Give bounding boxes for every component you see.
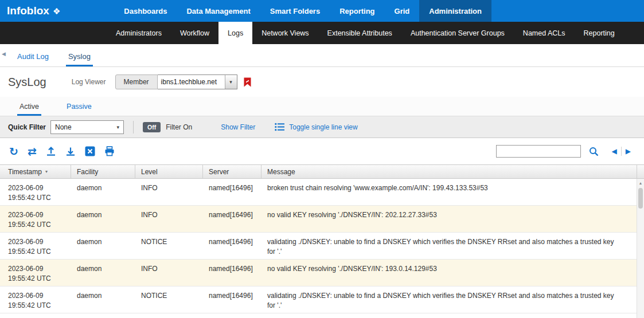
member-dropdown-value: ibns1.techblue.net [158,75,225,89]
print-icon[interactable] [104,146,115,156]
refresh-icon[interactable]: ↻ [9,146,18,157]
member-selector-group: Member ibns1.techblue.net ▾ [115,74,252,89]
cell-timestamp: 2023-06-09 19:55:42 UTC [0,179,71,205]
divider [133,121,134,134]
toggle-single-line-view-link[interactable]: Toggle single line view [275,123,357,131]
top-nav-smart-folders[interactable]: Smart Folders [260,0,330,22]
top-nav-reporting[interactable]: Reporting [330,0,384,22]
table-row[interactable]: 2023-06-09 19:55:42 UTC daemon NOTICE na… [0,286,644,313]
quick-filter-value: None [55,123,72,131]
next-page-icon[interactable]: ▶ [622,147,635,155]
previous-page-icon[interactable]: ◀ [608,147,621,155]
scrollbar-corner [637,165,644,178]
search-icon[interactable] [589,147,599,156]
column-header-message[interactable]: Message [261,165,637,178]
table-row[interactable]: 2023-06-09 19:55:42 UTC daemon INFO name… [0,179,644,206]
admin-sub-nav: Administrators Workflow Logs Network Vie… [0,22,644,44]
filter-on-toggle[interactable]: Off [143,122,161,132]
show-filter-link[interactable]: Show Filter [221,123,255,131]
cell-server: named[16496] [203,260,261,286]
sort-desc-icon: ▾ [45,169,48,174]
infoblox-logo[interactable]: Infoblox ❖ [0,0,67,22]
column-header-level[interactable]: Level [135,165,203,178]
cell-message: validating ./DNSKEY: unable to find a DN… [261,233,644,259]
cell-level: NOTICE [135,233,203,259]
pager: ◀ ▶ [608,147,635,156]
column-header-facility[interactable]: Facility [71,165,135,178]
page-header: SysLog Log Viewer Member ibns1.techblue.… [0,67,644,97]
top-nav-grid[interactable]: Grid [385,0,420,22]
top-nav-data-management[interactable]: Data Management [177,0,260,22]
table-row[interactable]: 2023-06-09 19:55:42 UTC daemon NOTICE na… [0,233,644,260]
clear-close-icon[interactable] [85,146,95,156]
bookmark-icon[interactable] [243,77,252,87]
grid-body: 2023-06-09 19:55:42 UTC daemon INFO name… [0,179,644,318]
scroll-up-icon[interactable]: ▲ [637,179,644,187]
column-header-timestamp[interactable]: Timestamp ▾ [0,165,71,178]
toolbar-right-group: ◀ ▶ [496,145,635,158]
sub-nav-administrators[interactable]: Administrators [107,22,171,44]
cell-server: named[16496] [203,206,261,232]
cell-timestamp: 2023-06-09 19:55:42 UTC [0,260,71,286]
column-header-server-label: Server [209,168,229,176]
cell-message: no valid KEY resolving './DNSKEY/IN': 20… [261,206,644,232]
column-header-facility-label: Facility [77,168,98,176]
tab-active[interactable]: Active [17,103,41,116]
scrollbar-thumb[interactable] [638,188,643,209]
log-search-input[interactable] [496,145,581,158]
cell-facility: daemon [71,286,135,313]
auto-refresh-icon[interactable]: ⇄ [28,146,37,157]
chevron-down-icon: ▾ [117,124,120,130]
cell-timestamp: 2023-06-09 19:55:42 UTC [0,286,71,313]
upload-icon[interactable] [46,146,56,156]
list-view-icon [275,123,284,131]
collapse-panel-icon[interactable]: ◀ [2,51,6,57]
chevron-down-icon[interactable]: ▾ [225,75,237,89]
member-label-button[interactable]: Member [115,74,158,89]
cell-facility: daemon [71,260,135,286]
top-nav-administration[interactable]: Administration [419,0,491,22]
filter-on-label: Filter On [166,123,192,131]
toggle-single-line-view-label: Toggle single line view [289,123,357,131]
infoblox-diamond-icon: ❖ [53,7,60,15]
vertical-scrollbar[interactable]: ▲ [637,179,644,318]
log-toolbar: ↻ ⇄ ◀ [0,138,644,164]
sub-nav-logs[interactable]: Logs [218,22,252,44]
sub-nav-reporting[interactable]: Reporting [575,22,624,44]
tab-passive[interactable]: Passive [64,103,94,116]
sub-nav-auth-server-groups[interactable]: Authentication Server Groups [401,22,514,44]
cell-server: named[16496] [203,179,261,205]
column-header-server[interactable]: Server [203,165,261,178]
member-dropdown[interactable]: ibns1.techblue.net ▾ [158,74,237,89]
sub-nav-network-views[interactable]: Network Views [252,22,318,44]
cell-timestamp: 2023-06-09 19:55:42 UTC [0,233,71,259]
tab-syslog[interactable]: Syslog [66,52,93,66]
cell-level: INFO [135,260,203,286]
top-nav-dashboards[interactable]: Dashboards [114,0,177,22]
download-icon[interactable] [65,146,76,156]
column-header-timestamp-label: Timestamp [8,168,42,176]
quick-filter-dropdown[interactable]: None ▾ [50,120,124,134]
top-bar: Infoblox ❖ Dashboards Data Management Sm… [0,0,644,22]
column-header-level-label: Level [141,168,158,176]
grid-header: Timestamp ▾ Facility Level Server Messag… [0,164,644,179]
cell-timestamp: 2023-06-09 19:55:42 UTC [0,206,71,232]
syslog-grid: Timestamp ▾ Facility Level Server Messag… [0,164,644,318]
quick-filter-bar: Quick Filter None ▾ Off Filter On Show F… [0,116,644,138]
cell-server: named[16496] [203,233,261,259]
sub-nav-named-acls[interactable]: Named ACLs [514,22,575,44]
cell-message: validating ./DNSKEY: unable to find a DN… [261,286,644,313]
cell-message: broken trust chain resolving 'www.exampl… [261,179,644,205]
quick-filter-label: Quick Filter [8,123,46,131]
table-row[interactable]: 2023-06-09 19:55:42 UTC daemon INFO name… [0,260,644,286]
cell-level: INFO [135,179,203,205]
cell-facility: daemon [71,179,135,205]
cell-facility: daemon [71,206,135,232]
sub-nav-extensible-attributes[interactable]: Extensible Attributes [318,22,401,44]
table-row[interactable]: 2023-06-09 19:55:42 UTC daemon INFO name… [0,206,644,233]
sub-nav-workflow[interactable]: Workflow [171,22,218,44]
page-title: SysLog [8,76,46,89]
top-nav: Dashboards Data Management Smart Folders… [114,0,491,22]
tab-audit-log[interactable]: Audit Log [15,52,51,66]
infoblox-logo-text: Infoblox [7,5,49,17]
